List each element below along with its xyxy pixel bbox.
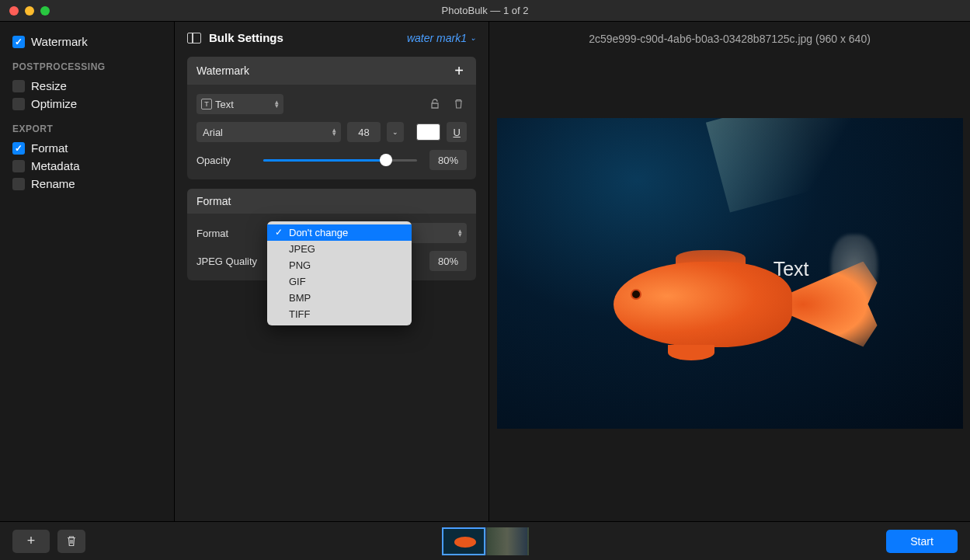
select-value: Text xyxy=(215,99,266,110)
opacity-value[interactable]: 80% xyxy=(429,150,467,170)
sidebar-item-label: Watermark xyxy=(31,35,88,48)
panel-header: Format xyxy=(187,189,476,214)
checkbox-icon[interactable] xyxy=(12,160,25,172)
font-select[interactable]: Arial ▴▾ xyxy=(196,122,341,142)
sidebar-section-postprocessing: POSTPROCESSING xyxy=(9,61,165,72)
sidebar-item-watermark[interactable]: Watermark xyxy=(9,33,165,50)
preview-filename: 2c59e999-c90d-4ab6-b0a3-03428b87125c.jpg… xyxy=(489,22,970,56)
dropdown-option-png[interactable]: PNG xyxy=(267,257,412,273)
bottombar: + Start xyxy=(0,521,970,560)
sidebar-item-optimize[interactable]: Optimize xyxy=(9,95,165,113)
add-button[interactable]: + xyxy=(12,530,50,553)
sidebar-item-label: Rename xyxy=(31,177,75,190)
sidebar-item-format[interactable]: Format xyxy=(9,139,165,157)
sidebar-item-label: Optimize xyxy=(31,97,77,110)
sidebar-item-label: Format xyxy=(31,141,68,155)
panel-title: Watermark xyxy=(196,64,249,77)
settings-title: Bulk Settings xyxy=(209,31,283,44)
chevron-updown-icon: ▴▾ xyxy=(458,229,462,238)
preset-label: water mark1 xyxy=(407,32,467,44)
dropdown-option-bmp[interactable]: BMP xyxy=(267,290,412,306)
format-dropdown[interactable]: Don't change JPEG PNG GIF BMP TIFF xyxy=(267,221,412,325)
font-size-value: 48 xyxy=(358,127,369,138)
quality-value[interactable]: 80% xyxy=(429,251,467,271)
panel-header: Watermark + xyxy=(187,57,476,85)
thumbnail-2[interactable] xyxy=(485,527,529,555)
checkbox-icon[interactable] xyxy=(12,178,25,190)
chevron-down-icon: ⌄ xyxy=(470,33,476,42)
checkbox-icon[interactable] xyxy=(12,80,25,92)
watermark-preview-text[interactable]: Text xyxy=(774,258,809,280)
opacity-label: Opacity xyxy=(196,155,257,166)
add-icon[interactable]: + xyxy=(451,63,467,78)
maximize-icon[interactable] xyxy=(40,6,50,16)
window-controls xyxy=(0,6,50,16)
close-icon[interactable] xyxy=(9,6,19,16)
slider-thumb[interactable] xyxy=(380,154,392,166)
chevron-down-icon: ⌄ xyxy=(392,128,398,136)
format-panel: Format Format Don't change ▴▾ JPEG Quali… xyxy=(187,189,476,280)
sidebar-toggle-icon[interactable] xyxy=(187,33,201,43)
preset-selector[interactable]: water mark1 ⌄ xyxy=(407,32,476,44)
font-size-stepper[interactable]: ⌄ xyxy=(387,122,404,142)
checkbox-icon[interactable] xyxy=(12,142,25,155)
select-value: Arial xyxy=(203,127,324,138)
panel-title: Format xyxy=(196,195,231,207)
dropdown-option-gif[interactable]: GIF xyxy=(267,273,412,290)
font-size-input[interactable]: 48 xyxy=(347,122,381,142)
opacity-slider[interactable] xyxy=(263,159,417,162)
color-picker[interactable] xyxy=(416,123,441,141)
plus-icon: + xyxy=(27,533,36,549)
thumbnail-1[interactable] xyxy=(442,527,485,555)
settings-column: Bulk Settings water mark1 ⌄ Watermark + … xyxy=(175,22,489,521)
chevron-updown-icon: ▴▾ xyxy=(332,128,336,137)
checkbox-icon[interactable] xyxy=(12,98,25,110)
sidebar-item-metadata[interactable]: Metadata xyxy=(9,157,165,175)
checkbox-icon[interactable] xyxy=(12,36,25,48)
trash-icon xyxy=(66,535,77,547)
titlebar: PhotoBulk — 1 of 2 xyxy=(0,0,970,22)
trash-icon[interactable] xyxy=(450,96,467,113)
settings-header: Bulk Settings water mark1 ⌄ xyxy=(187,31,476,44)
slider-fill xyxy=(263,159,386,162)
sidebar: Watermark POSTPROCESSING Resize Optimize… xyxy=(0,22,175,521)
quality-label: JPEG Quality xyxy=(196,256,266,267)
start-button[interactable]: Start xyxy=(886,530,958,553)
preview-pane: 2c59e999-c90d-4ab6-b0a3-03428b87125c.jpg… xyxy=(489,22,970,521)
lock-icon[interactable] xyxy=(426,96,443,113)
dropdown-option-dontchange[interactable]: Don't change xyxy=(267,224,412,241)
preview-image: Text xyxy=(497,118,963,429)
delete-button[interactable] xyxy=(57,530,85,553)
format-label: Format xyxy=(196,228,266,239)
sidebar-item-rename[interactable]: Rename xyxy=(9,175,165,193)
sidebar-item-label: Metadata xyxy=(31,159,80,172)
sidebar-section-export: EXPORT xyxy=(9,123,165,134)
minimize-icon[interactable] xyxy=(25,6,34,16)
dropdown-option-tiff[interactable]: TIFF xyxy=(267,306,412,322)
window-title: PhotoBulk — 1 of 2 xyxy=(441,5,528,16)
sidebar-item-label: Resize xyxy=(31,79,67,92)
watermark-panel: Watermark + T Text ▴▾ xyxy=(187,57,476,179)
watermark-type-select[interactable]: T Text ▴▾ xyxy=(196,94,283,114)
text-type-icon: T xyxy=(201,99,212,110)
thumbnail-strip xyxy=(442,527,529,555)
sidebar-item-resize[interactable]: Resize xyxy=(9,77,165,95)
dropdown-option-jpeg[interactable]: JPEG xyxy=(267,241,412,257)
chevron-updown-icon: ▴▾ xyxy=(275,100,279,109)
underline-button[interactable]: U xyxy=(447,122,467,142)
